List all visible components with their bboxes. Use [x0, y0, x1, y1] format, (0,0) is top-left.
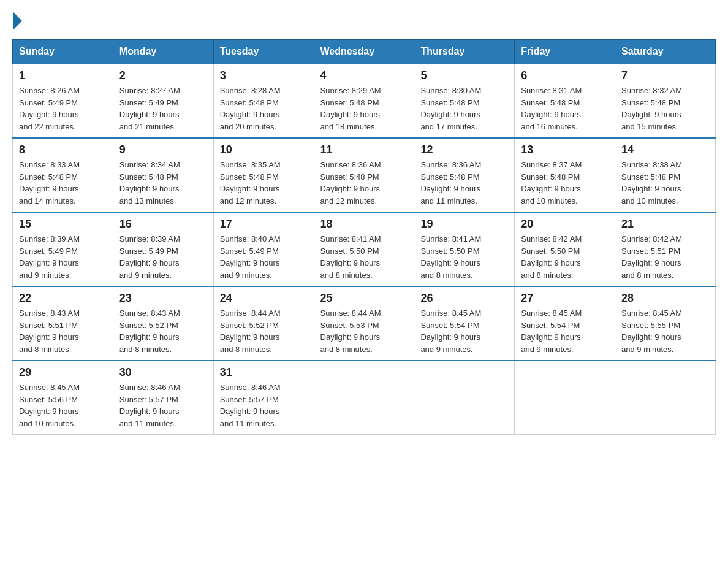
calendar-cell: 27 Sunrise: 8:45 AM Sunset: 5:54 PM Dayl… — [515, 286, 615, 361]
weekday-header-wednesday: Wednesday — [314, 40, 414, 64]
day-number: 26 — [420, 292, 508, 305]
day-number: 10 — [220, 144, 308, 156]
day-info: Sunrise: 8:29 AM Sunset: 5:48 PM Dayligh… — [320, 85, 408, 132]
day-info: Sunrise: 8:45 AM Sunset: 5:54 PM Dayligh… — [420, 307, 508, 355]
calendar-cell: 19 Sunrise: 8:41 AM Sunset: 5:50 PM Dayl… — [414, 212, 515, 286]
day-info: Sunrise: 8:35 AM Sunset: 5:48 PM Dayligh… — [220, 159, 308, 207]
day-info: Sunrise: 8:46 AM Sunset: 5:57 PM Dayligh… — [119, 381, 207, 429]
calendar-cell: 17 Sunrise: 8:40 AM Sunset: 5:49 PM Dayl… — [213, 212, 314, 286]
day-number: 14 — [621, 144, 709, 156]
calendar-cell: 8 Sunrise: 8:33 AM Sunset: 5:48 PM Dayli… — [13, 138, 113, 212]
day-info: Sunrise: 8:31 AM Sunset: 5:48 PM Dayligh… — [521, 85, 609, 132]
day-info: Sunrise: 8:37 AM Sunset: 5:48 PM Dayligh… — [521, 159, 609, 207]
calendar-cell — [515, 361, 615, 435]
day-info: Sunrise: 8:26 AM Sunset: 5:49 PM Dayligh… — [19, 85, 107, 132]
day-number: 2 — [119, 69, 207, 82]
day-number: 19 — [420, 218, 508, 231]
calendar-cell — [615, 361, 716, 435]
calendar-week-1: 1 Sunrise: 8:26 AM Sunset: 5:49 PM Dayli… — [13, 64, 716, 138]
day-number: 20 — [521, 218, 609, 231]
day-number: 13 — [521, 144, 609, 156]
day-number: 3 — [220, 69, 308, 82]
day-info: Sunrise: 8:42 AM Sunset: 5:50 PM Dayligh… — [521, 233, 609, 281]
calendar-cell: 10 Sunrise: 8:35 AM Sunset: 5:48 PM Dayl… — [213, 138, 314, 212]
calendar-cell — [314, 361, 414, 435]
day-info: Sunrise: 8:40 AM Sunset: 5:49 PM Dayligh… — [220, 233, 308, 281]
logo-arrow-icon — [13, 12, 22, 29]
calendar-cell: 13 Sunrise: 8:37 AM Sunset: 5:48 PM Dayl… — [515, 138, 615, 212]
day-info: Sunrise: 8:33 AM Sunset: 5:48 PM Dayligh… — [19, 159, 107, 207]
day-info: Sunrise: 8:28 AM Sunset: 5:48 PM Dayligh… — [220, 85, 308, 132]
calendar-week-3: 15 Sunrise: 8:39 AM Sunset: 5:49 PM Dayl… — [13, 212, 716, 286]
weekday-header-friday: Friday — [515, 40, 615, 64]
calendar-week-2: 8 Sunrise: 8:33 AM Sunset: 5:48 PM Dayli… — [13, 138, 716, 212]
weekday-header-sunday: Sunday — [13, 40, 113, 64]
page-header — [12, 12, 716, 29]
day-number: 6 — [521, 69, 609, 82]
logo — [12, 12, 23, 29]
calendar-cell: 23 Sunrise: 8:43 AM Sunset: 5:52 PM Dayl… — [113, 286, 213, 361]
calendar-cell: 24 Sunrise: 8:44 AM Sunset: 5:52 PM Dayl… — [213, 286, 314, 361]
calendar-cell: 25 Sunrise: 8:44 AM Sunset: 5:53 PM Dayl… — [314, 286, 414, 361]
calendar-cell: 7 Sunrise: 8:32 AM Sunset: 5:48 PM Dayli… — [615, 64, 716, 138]
day-number: 16 — [119, 218, 207, 231]
day-info: Sunrise: 8:41 AM Sunset: 5:50 PM Dayligh… — [420, 233, 508, 281]
calendar-cell — [414, 361, 515, 435]
weekday-header-thursday: Thursday — [414, 40, 515, 64]
day-info: Sunrise: 8:44 AM Sunset: 5:53 PM Dayligh… — [320, 307, 408, 355]
calendar-cell: 28 Sunrise: 8:45 AM Sunset: 5:55 PM Dayl… — [615, 286, 716, 361]
day-number: 12 — [420, 144, 508, 156]
day-info: Sunrise: 8:43 AM Sunset: 5:52 PM Dayligh… — [119, 307, 207, 355]
day-number: 25 — [320, 292, 408, 305]
calendar-cell: 26 Sunrise: 8:45 AM Sunset: 5:54 PM Dayl… — [414, 286, 515, 361]
day-info: Sunrise: 8:39 AM Sunset: 5:49 PM Dayligh… — [119, 233, 207, 281]
calendar-cell: 11 Sunrise: 8:36 AM Sunset: 5:48 PM Dayl… — [314, 138, 414, 212]
weekday-header-saturday: Saturday — [615, 40, 716, 64]
calendar-cell: 18 Sunrise: 8:41 AM Sunset: 5:50 PM Dayl… — [314, 212, 414, 286]
day-number: 24 — [220, 292, 308, 305]
day-info: Sunrise: 8:39 AM Sunset: 5:49 PM Dayligh… — [19, 233, 107, 281]
calendar-week-4: 22 Sunrise: 8:43 AM Sunset: 5:51 PM Dayl… — [13, 286, 716, 361]
day-info: Sunrise: 8:41 AM Sunset: 5:50 PM Dayligh… — [320, 233, 408, 281]
calendar-week-5: 29 Sunrise: 8:45 AM Sunset: 5:56 PM Dayl… — [13, 361, 716, 435]
day-number: 7 — [621, 69, 709, 82]
day-number: 27 — [521, 292, 609, 305]
day-info: Sunrise: 8:43 AM Sunset: 5:51 PM Dayligh… — [19, 307, 107, 355]
calendar-header: SundayMondayTuesdayWednesdayThursdayFrid… — [13, 40, 716, 64]
day-info: Sunrise: 8:38 AM Sunset: 5:48 PM Dayligh… — [621, 159, 709, 207]
day-info: Sunrise: 8:45 AM Sunset: 5:56 PM Dayligh… — [19, 381, 107, 429]
day-number: 28 — [621, 292, 709, 305]
day-number: 23 — [119, 292, 207, 305]
calendar-cell: 9 Sunrise: 8:34 AM Sunset: 5:48 PM Dayli… — [113, 138, 213, 212]
calendar-cell: 14 Sunrise: 8:38 AM Sunset: 5:48 PM Dayl… — [615, 138, 716, 212]
calendar-cell: 21 Sunrise: 8:42 AM Sunset: 5:51 PM Dayl… — [615, 212, 716, 286]
day-info: Sunrise: 8:36 AM Sunset: 5:48 PM Dayligh… — [420, 159, 508, 207]
day-number: 31 — [220, 366, 308, 379]
day-info: Sunrise: 8:27 AM Sunset: 5:49 PM Dayligh… — [119, 85, 207, 132]
day-info: Sunrise: 8:36 AM Sunset: 5:48 PM Dayligh… — [320, 159, 408, 207]
day-info: Sunrise: 8:45 AM Sunset: 5:55 PM Dayligh… — [621, 307, 709, 355]
day-info: Sunrise: 8:34 AM Sunset: 5:48 PM Dayligh… — [119, 159, 207, 207]
day-info: Sunrise: 8:46 AM Sunset: 5:57 PM Dayligh… — [220, 381, 308, 429]
day-number: 18 — [320, 218, 408, 231]
day-info: Sunrise: 8:44 AM Sunset: 5:52 PM Dayligh… — [220, 307, 308, 355]
calendar-cell: 15 Sunrise: 8:39 AM Sunset: 5:49 PM Dayl… — [13, 212, 113, 286]
day-number: 15 — [19, 218, 107, 231]
day-number: 17 — [220, 218, 308, 231]
day-number: 1 — [19, 69, 107, 82]
day-number: 9 — [119, 144, 207, 156]
day-info: Sunrise: 8:45 AM Sunset: 5:54 PM Dayligh… — [521, 307, 609, 355]
calendar-cell: 3 Sunrise: 8:28 AM Sunset: 5:48 PM Dayli… — [213, 64, 314, 138]
calendar-cell: 29 Sunrise: 8:45 AM Sunset: 5:56 PM Dayl… — [13, 361, 113, 435]
calendar-cell: 2 Sunrise: 8:27 AM Sunset: 5:49 PM Dayli… — [113, 64, 213, 138]
calendar-cell: 4 Sunrise: 8:29 AM Sunset: 5:48 PM Dayli… — [314, 64, 414, 138]
calendar-cell: 16 Sunrise: 8:39 AM Sunset: 5:49 PM Dayl… — [113, 212, 213, 286]
day-number: 4 — [320, 69, 408, 82]
calendar-table: SundayMondayTuesdayWednesdayThursdayFrid… — [12, 39, 716, 435]
day-number: 29 — [19, 366, 107, 379]
calendar-cell: 1 Sunrise: 8:26 AM Sunset: 5:49 PM Dayli… — [13, 64, 113, 138]
day-number: 5 — [420, 69, 508, 82]
calendar-cell: 31 Sunrise: 8:46 AM Sunset: 5:57 PM Dayl… — [213, 361, 314, 435]
calendar-cell: 6 Sunrise: 8:31 AM Sunset: 5:48 PM Dayli… — [515, 64, 615, 138]
weekday-header-tuesday: Tuesday — [213, 40, 314, 64]
